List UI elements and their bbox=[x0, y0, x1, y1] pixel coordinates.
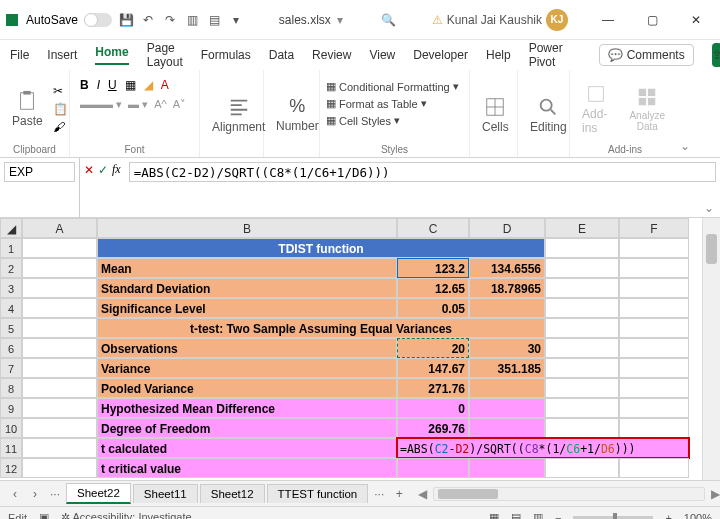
menu-file[interactable]: File bbox=[10, 48, 29, 62]
qat-icon-2[interactable]: ▤ bbox=[206, 12, 222, 28]
zoom-out-icon[interactable]: − bbox=[555, 512, 561, 520]
col-header[interactable]: E bbox=[545, 218, 619, 238]
menu-developer[interactable]: Developer bbox=[413, 48, 468, 62]
tab-more-icon[interactable]: ··· bbox=[46, 487, 64, 501]
cell[interactable] bbox=[22, 238, 97, 258]
view-normal-icon[interactable]: ▦ bbox=[489, 511, 499, 519]
view-break-icon[interactable]: ▥ bbox=[533, 511, 543, 519]
bold-button[interactable]: B bbox=[80, 78, 89, 92]
menu-home[interactable]: Home bbox=[95, 45, 128, 65]
col-header[interactable]: C bbox=[397, 218, 469, 238]
analyze-data-button[interactable]: Analyze Data bbox=[620, 84, 674, 134]
zoom-in-icon[interactable]: + bbox=[665, 512, 671, 520]
fill-color-button[interactable]: ◢ bbox=[144, 78, 153, 92]
cut-icon[interactable]: ✂ bbox=[53, 84, 68, 98]
sheet-tab[interactable]: Sheet12 bbox=[200, 484, 265, 503]
border-button[interactable]: ▦ bbox=[125, 78, 136, 92]
autosave-toggle[interactable] bbox=[84, 13, 112, 27]
formula-bar: ✕ ✓ fx ⌄ bbox=[0, 158, 720, 218]
col-header[interactable]: D bbox=[469, 218, 545, 238]
col-header[interactable]: A bbox=[22, 218, 97, 238]
tab-next-icon[interactable]: › bbox=[26, 487, 44, 501]
alignment-button[interactable]: Alignment bbox=[206, 94, 271, 136]
document-title: sales.xlsx bbox=[279, 13, 331, 27]
sheet-tab[interactable]: TTEST function bbox=[267, 484, 369, 503]
svg-rect-5 bbox=[589, 87, 604, 102]
svg-rect-6 bbox=[639, 89, 646, 96]
cell-c8[interactable]: 271.76 bbox=[397, 378, 469, 398]
styles-label: Styles bbox=[326, 144, 463, 155]
format-painter-icon[interactable]: 🖌 bbox=[53, 120, 68, 134]
zoom-slider[interactable] bbox=[573, 516, 653, 520]
sheet-tab[interactable]: Sheet22 bbox=[66, 483, 131, 504]
row-header[interactable]: 1 bbox=[0, 238, 22, 258]
italic-button[interactable]: I bbox=[97, 78, 100, 92]
svg-rect-1 bbox=[21, 93, 34, 110]
close-button[interactable]: ✕ bbox=[676, 5, 716, 35]
excel-icon bbox=[4, 12, 20, 28]
worksheet-grid[interactable]: ◢ A B C D E F 1 TDIST function 2 Mean 12… bbox=[0, 218, 720, 480]
svg-rect-2 bbox=[24, 91, 31, 95]
tab-prev-icon[interactable]: ‹ bbox=[6, 487, 24, 501]
horizontal-scrollbar[interactable] bbox=[433, 487, 705, 501]
menu-insert[interactable]: Insert bbox=[47, 48, 77, 62]
addins-button[interactable]: Add-ins bbox=[576, 81, 616, 137]
share-button[interactable]: ⇪ bbox=[712, 43, 720, 67]
editing-button[interactable]: Editing bbox=[524, 94, 573, 136]
cell-c2[interactable]: 123.2 bbox=[397, 258, 469, 278]
label-mean[interactable]: Mean bbox=[97, 258, 397, 278]
cell-d2[interactable]: 134.6556 bbox=[469, 258, 545, 278]
sheet-tabs: ‹ › ··· Sheet22 Sheet11 Sheet12 TTEST fu… bbox=[0, 480, 720, 506]
font-label: Font bbox=[76, 144, 193, 155]
cell-styles-button[interactable]: ▦ Cell Styles ▾ bbox=[326, 114, 400, 127]
vertical-scrollbar[interactable] bbox=[702, 218, 720, 480]
redo-icon[interactable]: ↷ bbox=[162, 12, 178, 28]
cancel-formula-icon[interactable]: ✕ bbox=[84, 163, 94, 177]
save-icon[interactable]: 💾 bbox=[118, 12, 134, 28]
menu-view[interactable]: View bbox=[369, 48, 395, 62]
menu-page-layout[interactable]: Page Layout bbox=[147, 41, 183, 69]
collapse-ribbon-icon[interactable]: ⌄ bbox=[680, 70, 696, 157]
col-header[interactable]: F bbox=[619, 218, 689, 238]
comments-button[interactable]: 💬 Comments bbox=[599, 44, 694, 66]
zoom-level[interactable]: 100% bbox=[684, 512, 712, 520]
formula-input[interactable] bbox=[129, 162, 716, 182]
undo-icon[interactable]: ↶ bbox=[140, 12, 156, 28]
conditional-formatting-button[interactable]: ▦ Conditional Formatting ▾ bbox=[326, 80, 459, 93]
minimize-button[interactable]: — bbox=[588, 5, 628, 35]
menu-data[interactable]: Data bbox=[269, 48, 294, 62]
view-page-icon[interactable]: ▤ bbox=[511, 511, 521, 519]
table-title[interactable]: TDIST function bbox=[97, 238, 545, 258]
qat-icon[interactable]: ▥ bbox=[184, 12, 200, 28]
accessibility-status[interactable]: ✲ Accessibility: Investigate bbox=[61, 511, 192, 519]
menu-formulas[interactable]: Formulas bbox=[201, 48, 251, 62]
user-avatar[interactable]: KJ bbox=[546, 9, 568, 31]
expand-formula-bar-icon[interactable]: ⌄ bbox=[704, 201, 714, 215]
paste-button[interactable]: Paste bbox=[6, 88, 49, 130]
copy-icon[interactable]: 📋 bbox=[53, 102, 68, 116]
col-header[interactable]: B bbox=[97, 218, 397, 238]
fx-icon[interactable]: fx bbox=[112, 162, 121, 177]
menu-review[interactable]: Review bbox=[312, 48, 351, 62]
cells-button[interactable]: Cells bbox=[476, 94, 515, 136]
macro-icon[interactable]: ▣ bbox=[39, 511, 49, 519]
name-box[interactable] bbox=[4, 162, 75, 182]
menu-power-pivot[interactable]: Power Pivot bbox=[529, 41, 563, 69]
new-sheet-button[interactable]: + bbox=[390, 487, 408, 501]
underline-button[interactable]: U bbox=[108, 78, 117, 92]
select-all-corner[interactable]: ◢ bbox=[0, 218, 22, 238]
format-as-table-button[interactable]: ▦ Format as Table ▾ bbox=[326, 97, 427, 110]
qat-dropdown-icon[interactable]: ▾ bbox=[228, 12, 244, 28]
maximize-button[interactable]: ▢ bbox=[632, 5, 672, 35]
accept-formula-icon[interactable]: ✓ bbox=[98, 163, 108, 177]
sheet-tab[interactable]: Sheet11 bbox=[133, 484, 198, 503]
menu-help[interactable]: Help bbox=[486, 48, 511, 62]
font-color-button[interactable]: A bbox=[161, 78, 169, 92]
active-cell-formula[interactable]: =ABS(C2-D2)/SQRT((C8*(1/C6+1/D6))) bbox=[397, 438, 689, 458]
search-icon[interactable]: 🔍 bbox=[381, 12, 397, 28]
cell-c6[interactable]: 20 bbox=[397, 338, 469, 358]
number-button[interactable]: %Number bbox=[270, 94, 325, 135]
svg-rect-9 bbox=[648, 98, 655, 105]
cell-d6[interactable]: 30 bbox=[469, 338, 545, 358]
title-bar: AutoSave 💾 ↶ ↷ ▥ ▤ ▾ sales.xlsx ▾ 🔍 ⚠ Ku… bbox=[0, 0, 720, 40]
